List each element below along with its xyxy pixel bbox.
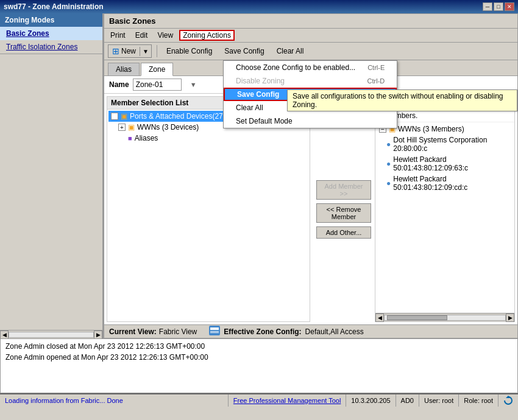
hscroll-left-zm[interactable]: ◀: [375, 313, 384, 322]
clear-all-button[interactable]: Clear All: [272, 45, 308, 57]
member-selection-panel: Member Selection List + ▣ Ports & Attach…: [107, 96, 310, 322]
menu-print[interactable]: Print: [107, 30, 129, 41]
port-display: AD0: [396, 394, 419, 407]
status-bar: Current View: Fabric View Effective Zone…: [104, 324, 517, 338]
member-selection-body: + ▣ Ports & Attached Devices(27 Members)…: [107, 110, 310, 321]
zone-members-hscroll[interactable]: ◀ ▶: [375, 313, 514, 321]
zone-member-hp1[interactable]: ● Hewlett Packard 50:01:43:80:12:09:63:c: [377, 154, 513, 173]
zone-members-body: − ▣ WWNs (3 Members) ● Dot Hill Systems …: [375, 122, 514, 313]
menu-bar: Print Edit View Zoning Actions: [104, 29, 517, 43]
zone-member-dhs[interactable]: ● Dot Hill Systems Corporation 20:80:00:…: [377, 135, 513, 154]
expand-ports[interactable]: +: [111, 113, 118, 120]
svg-rect-2: [210, 331, 219, 332]
toolbar-sep-1: [157, 45, 157, 57]
save-config-button[interactable]: Save Config: [220, 45, 268, 57]
sub-header: Basic Zones: [104, 14, 517, 29]
sidebar-item-traffic-isolation[interactable]: Traffic Isolation Zones: [0, 40, 102, 54]
sidebar-item-basic-zones[interactable]: Basic Zones: [0, 27, 102, 40]
management-link[interactable]: Free Professional Management Tool: [229, 394, 347, 407]
new-dropdown-arrow[interactable]: ▼: [140, 47, 151, 56]
hscroll-left[interactable]: ◀: [0, 331, 9, 339]
main-panel: Basic Zones Print Edit View Zoning Actio…: [104, 13, 518, 338]
hscroll-right[interactable]: ▶: [94, 331, 102, 339]
device-icon-dhs: ●: [386, 140, 391, 149]
effective-zone-label: Effective Zone Config:: [224, 327, 301, 336]
close-button[interactable]: ✕: [505, 2, 514, 11]
enable-config-button[interactable]: Enable Config: [162, 45, 216, 57]
dropdown-set-default[interactable]: Set Default Mode: [224, 114, 397, 128]
loading-text: Loading information from Fabric... Done: [0, 394, 229, 407]
add-member-button[interactable]: Add Member >>: [316, 180, 371, 200]
left-panel-scrollbar: [0, 54, 102, 330]
hscroll-thumb-zm: [387, 315, 447, 320]
log-line-1: Zone Admin closed at Mon Apr 23 2012 12:…: [5, 341, 513, 351]
folder-icon: ▣: [121, 112, 127, 121]
svg-rect-1: [210, 327, 219, 330]
ip-display: 10.3.200.205: [346, 394, 396, 407]
wwns-folder-icon: ▣: [128, 123, 135, 131]
zone-dropdown-arrow[interactable]: ▼: [190, 81, 197, 88]
current-view-label: Current View:: [109, 327, 157, 336]
menu-zoning-actions[interactable]: Zoning Actions: [179, 30, 235, 41]
tab-zone[interactable]: Zone: [141, 63, 173, 76]
add-other-button[interactable]: Add Other...: [316, 226, 371, 239]
expand-wwns[interactable]: +: [118, 124, 126, 131]
name-label: Name: [109, 80, 129, 89]
menu-view[interactable]: View: [154, 30, 177, 41]
svg-rect-3: [210, 332, 219, 333]
refresh-icon[interactable]: [498, 394, 518, 407]
left-panel-header: Zoning Modes: [0, 13, 102, 27]
window-title: swd77 - Zone Administration: [4, 2, 104, 11]
tooltip: Save all configurations to the switch wi…: [287, 89, 517, 111]
list-item-aliases[interactable]: ■ Aliases: [108, 133, 308, 144]
tab-alias[interactable]: Alias: [108, 63, 140, 75]
hscroll-right-zm[interactable]: ▶: [506, 313, 514, 322]
bottom-status: Loading information from Fabric... Done …: [0, 393, 518, 407]
remove-member-button[interactable]: << Remove Member: [316, 203, 371, 223]
hscroll-track: [9, 332, 94, 338]
effective-zone-value: Default,All Access: [305, 327, 364, 336]
minimize-button[interactable]: ─: [483, 2, 492, 11]
status-icon: [209, 326, 220, 337]
name-input[interactable]: [133, 79, 182, 91]
user-display: User: root: [419, 394, 459, 407]
alias-icon: ■: [128, 135, 132, 142]
role-display: Role: root: [459, 394, 498, 407]
dropdown-choose-zone[interactable]: Choose Zone Config to be enabled... Ctrl…: [224, 61, 397, 74]
hscroll-track-zm: [384, 315, 506, 321]
menu-edit[interactable]: Edit: [132, 30, 152, 41]
window-controls[interactable]: ─ □ ✕: [483, 2, 514, 11]
maximize-button[interactable]: □: [494, 2, 503, 11]
current-view-value: Fabric View: [159, 327, 197, 336]
new-button-main[interactable]: ⊞ New: [108, 45, 140, 57]
wwns-label: WWNs (3 Devices): [137, 123, 199, 131]
aliases-label: Aliases: [135, 134, 158, 142]
log-line-3: Zone Admin opened at Mon Apr 23 2012 12:…: [5, 352, 513, 362]
content-area: Zoning Modes Basic Zones Traffic Isolati…: [0, 13, 518, 338]
title-bar: swd77 - Zone Administration ─ □ ✕: [0, 0, 518, 13]
left-panel: Zoning Modes Basic Zones Traffic Isolati…: [0, 13, 104, 338]
toolbar: ⊞ New ▼ Enable Config Save Config Clear …: [104, 43, 517, 60]
zone-members-panel: Zone Members 3 Members. − ▣ WWNs (3 Memb…: [375, 96, 515, 322]
log-area: Zone Admin closed at Mon Apr 23 2012 12:…: [0, 338, 518, 393]
device-icon-hp1: ●: [386, 159, 391, 168]
svg-rect-0: [209, 326, 220, 335]
dropdown-disable-zoning[interactable]: Disable Zoning Ctrl-D: [224, 74, 397, 88]
zone-member-hp2[interactable]: ● Hewlett Packard 50:01:43:80:12:09:cd:c: [377, 173, 513, 193]
new-icon: ⊞: [112, 46, 119, 56]
new-button[interactable]: ⊞ New ▼: [108, 44, 152, 58]
device-icon-hp2: ●: [386, 179, 391, 187]
left-panel-hscroll[interactable]: ◀ ▶: [0, 330, 102, 338]
